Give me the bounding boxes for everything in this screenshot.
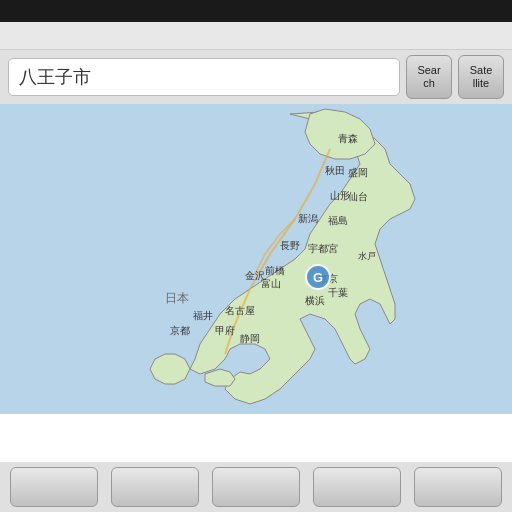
svg-text:盛岡: 盛岡 [348, 167, 368, 178]
status-bar [0, 0, 512, 22]
title-bar [0, 22, 512, 50]
svg-text:仙台: 仙台 [348, 191, 368, 202]
svg-text:長野: 長野 [280, 240, 300, 251]
svg-text:宇都宮: 宇都宮 [308, 243, 338, 254]
svg-text:静岡: 静岡 [240, 333, 260, 344]
svg-text:山形: 山形 [330, 190, 350, 201]
top-controls: Sear ch Sate llite [0, 50, 512, 104]
svg-text:福島: 福島 [328, 215, 348, 226]
zoom-center-button[interactable] [212, 467, 300, 507]
svg-text:福井: 福井 [193, 310, 213, 321]
bottom-bar [0, 462, 512, 512]
svg-text:青森: 青森 [338, 133, 358, 144]
search-button[interactable]: Sear ch [406, 55, 452, 99]
svg-text:名古屋: 名古屋 [225, 305, 255, 316]
svg-text:甲府: 甲府 [215, 325, 235, 336]
svg-text:前橋: 前橋 [265, 265, 285, 276]
svg-text:千葉: 千葉 [328, 287, 348, 298]
svg-text:横浜: 横浜 [305, 295, 325, 306]
clear-point-button[interactable] [111, 467, 199, 507]
map-svg: 青森 秋田 盛岡 山形 仙台 新潟 福島 長野 宇都宮 水戸 前橋 東京 千葉 … [0, 104, 512, 414]
map-container[interactable]: 青森 秋田 盛岡 山形 仙台 新潟 福島 長野 宇都宮 水戸 前橋 東京 千葉 … [0, 104, 512, 414]
svg-text:G: G [313, 270, 323, 285]
svg-text:秋田: 秋田 [325, 165, 345, 176]
zoom-out-button[interactable] [313, 467, 401, 507]
search-input[interactable] [8, 58, 400, 96]
satellite-button[interactable]: Sate llite [458, 55, 504, 99]
svg-text:富山: 富山 [261, 278, 281, 289]
svg-rect-0 [0, 104, 512, 414]
svg-text:新潟: 新潟 [298, 213, 318, 224]
svg-text:京都: 京都 [170, 325, 190, 336]
svg-text:日本: 日本 [165, 291, 189, 305]
svg-text:水戸: 水戸 [358, 251, 376, 261]
clear-screen-button[interactable] [10, 467, 98, 507]
zoom-in-button[interactable] [414, 467, 502, 507]
